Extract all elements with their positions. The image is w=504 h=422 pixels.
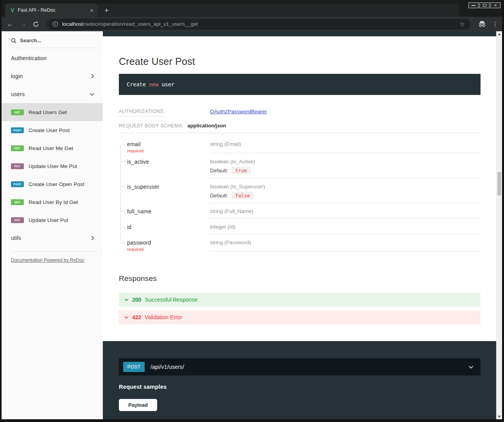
tab-bar: V Fast API - ReDoc × + × <box>2 0 502 17</box>
field-name: password <box>127 240 210 246</box>
forward-icon: → <box>20 21 27 27</box>
field-type: string (Full_Name) <box>210 208 481 214</box>
field-type-cell: boolean (Is_Superuser) Default: false <box>210 178 481 203</box>
sidebar-item-label: utils <box>11 235 21 241</box>
field-type-cell: string (Full_Name) <box>210 203 481 219</box>
method-badge-put: PUT <box>11 163 24 169</box>
field-name: full_name <box>127 208 210 215</box>
sidebar-item-create-user-open-post[interactable]: POST Create User Open Post <box>2 175 103 193</box>
sidebar-item-label: Read User By Id Get <box>29 199 78 205</box>
url-text[interactable]: localhost/redoc#operation/read_users_api… <box>62 21 456 27</box>
method-badge-get: GET <box>11 109 24 115</box>
response-200-banner[interactable]: 200 Successful Response <box>119 293 481 307</box>
browser-window: V Fast API - ReDoc × + × ← → localhost/r… <box>0 0 504 422</box>
favicon-icon: V <box>11 7 14 13</box>
chevron-down-icon <box>124 298 129 301</box>
sidebar-item-utils[interactable]: utils <box>2 229 103 247</box>
field-row-id: id integer (Id) <box>119 219 481 234</box>
field-type-cell: string (Email) <box>210 133 481 153</box>
sidebar-item-login[interactable]: login <box>2 67 103 85</box>
sidebar-item-label: Authentication <box>11 55 47 61</box>
endpoint-dropdown[interactable]: POST /api/v1/users/ <box>119 358 481 376</box>
method-badge-get: GET <box>11 199 24 205</box>
code-text: user <box>158 81 174 88</box>
request-samples-panel: POST /api/v1/users/ Request samples Payl… <box>103 341 496 419</box>
browser-menu-icon[interactable]: ⋮ <box>492 21 498 28</box>
scroll-up-arrow[interactable] <box>497 31 502 37</box>
field-type: boolean (Is_Active) <box>210 159 481 165</box>
request-body-schema-row: REQUEST BODY SCHEMA: application/json <box>119 123 481 133</box>
chevron-down-icon <box>90 93 94 96</box>
close-button[interactable]: × <box>490 2 500 8</box>
scrollbar-thumb[interactable] <box>497 172 501 195</box>
maximize-button[interactable] <box>479 2 490 8</box>
field-name-cell: full_name <box>119 203 210 219</box>
bookmark-star-icon[interactable]: ☆ <box>460 21 465 28</box>
endpoint-path: /api/v1/users/ <box>151 364 184 370</box>
sidebar-item-authentication[interactable]: Authentication <box>2 49 103 67</box>
code-text: Create <box>127 81 149 88</box>
sidebar-item-label: login <box>11 73 23 79</box>
page-body: Authentication login users GET Read User… <box>2 31 502 419</box>
field-name-cell: id <box>119 219 210 234</box>
tab-close-icon[interactable]: × <box>90 7 93 13</box>
field-type-cell: string (Password) <box>210 234 481 252</box>
back-icon[interactable]: ← <box>7 21 14 27</box>
code-highlight: new <box>149 81 158 88</box>
sidebar-item-label: Read Users Get <box>29 109 67 115</box>
field-type: string (Email) <box>210 141 481 147</box>
sidebar-item-label: users <box>11 91 25 97</box>
response-text: Validation Error <box>145 314 182 320</box>
responses-heading: Responses <box>119 274 481 283</box>
field-name-cell: is_superuser <box>119 178 210 203</box>
response-text: Successful Response <box>145 297 197 303</box>
search-input[interactable] <box>20 38 93 43</box>
default-line: Default: true <box>210 167 481 174</box>
request-samples-heading: Request samples <box>119 384 481 390</box>
operation-description-code: Create new user <box>119 74 481 95</box>
search-icon <box>11 38 16 43</box>
sidebar-item-update-user-me-put[interactable]: PUT Update User Me Put <box>2 157 103 175</box>
authorizations-row: AUTHORIZATIONS: OAuth2PasswordBearer <box>119 109 481 116</box>
method-badge-post: POST <box>123 362 145 372</box>
new-tab-button[interactable]: + <box>104 7 109 14</box>
scroll-down-arrow[interactable] <box>497 414 502 419</box>
new-tab-strip: + <box>97 4 459 17</box>
payload-tab[interactable]: Payload <box>119 399 157 411</box>
field-row-is-active: is_active boolean (Is_Active) Default: t… <box>119 153 481 178</box>
url-bar[interactable]: localhost/redoc#operation/read_users_api… <box>47 19 470 30</box>
sidebar-item-users[interactable]: users <box>2 85 103 103</box>
redoc-footer-link[interactable]: Documentation Powered by ReDoc <box>11 257 84 263</box>
sidebar-item-read-user-by-id-get[interactable]: GET Read User By Id Get <box>2 193 103 211</box>
site-info-icon[interactable] <box>52 21 58 27</box>
sidebar-item-update-user-put[interactable]: PUT Update User Put <box>2 211 103 229</box>
sidebar-item-create-user-post[interactable]: POST Create User Post <box>2 121 103 139</box>
response-code: 200 <box>132 297 141 303</box>
field-name: email <box>127 141 210 147</box>
sidebar-item-label: Update User Me Put <box>29 163 77 169</box>
response-422-banner[interactable]: 422 Validation Error <box>119 310 481 324</box>
minimize-button[interactable] <box>468 2 479 8</box>
method-badge-get: GET <box>11 145 24 151</box>
response-code: 422 <box>132 314 141 320</box>
url-host: localhost <box>62 21 83 27</box>
field-type: boolean (Is_Superuser) <box>210 184 481 190</box>
sidebar-item-read-users-get[interactable]: GET Read Users Get <box>2 103 103 121</box>
field-name-cell: is_active <box>119 153 210 178</box>
sidebar-nav: Authentication login users GET Read User… <box>2 49 103 247</box>
window-controls: × <box>468 2 500 8</box>
refresh-icon[interactable] <box>33 21 39 27</box>
page-scrollbar[interactable] <box>496 31 502 419</box>
sidebar: Authentication login users GET Read User… <box>2 31 103 419</box>
browser-tab[interactable]: V Fast API - ReDoc × <box>5 4 97 17</box>
field-type-cell: integer (Id) <box>210 219 481 234</box>
required-flag: required <box>127 247 210 252</box>
sidebar-item-read-user-me-get[interactable]: GET Read User Me Get <box>2 139 103 157</box>
browser-toolbar: ← → localhost/redoc#operation/read_users… <box>2 17 502 31</box>
chevron-down-icon <box>124 316 129 319</box>
field-type: integer (Id) <box>210 224 481 230</box>
tab-title: Fast API - ReDoc <box>18 7 86 13</box>
oauth2-link[interactable]: OAuth2PasswordBearer <box>210 109 267 114</box>
field-row-email: email required string (Email) <box>119 133 481 153</box>
field-row-full-name: full_name string (Full_Name) <box>119 203 481 219</box>
